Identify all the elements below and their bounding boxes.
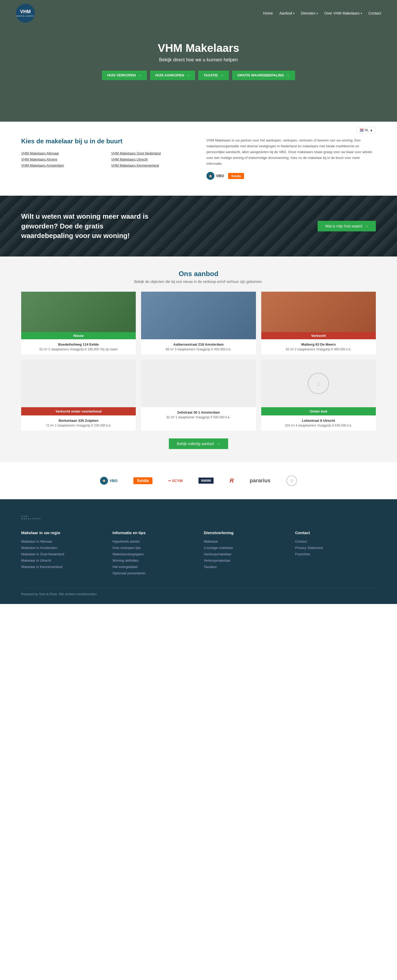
footer-logo: VHM MAKELAARS xyxy=(21,515,376,520)
link-utrecht[interactable]: VHM Makelaars Utrecht xyxy=(111,158,191,161)
footer-grid: Makelaar in uw regio Makelaar in Alkmaar… xyxy=(21,530,376,577)
property-badge-nieuw: Nieuw xyxy=(21,332,136,339)
property-card: ⌂ Onder bod Leliestraat 8 Utrecht 103 m²… xyxy=(261,360,376,431)
logo[interactable]: VHM MAKELAARS xyxy=(16,4,35,23)
property-info: Aalbersestraat 218 Amsterdam 68 m² 3 sla… xyxy=(141,339,256,354)
footer-col-title-info: Informatie en tips xyxy=(113,530,193,535)
waardebepaling-text: Wilt u weten wat woning meer waard is ge… xyxy=(21,212,153,240)
partner-vbo: 🏠 VBO xyxy=(100,477,118,485)
partner-scym: •• SCYM xyxy=(168,479,183,483)
footer-link[interactable]: Optimaal presenteren xyxy=(113,571,145,575)
property-info: Leliestraat 8 Utrecht 103 m² 4 slaapkame… xyxy=(261,415,376,431)
footer-link[interactable]: Makelaar in Oost-Nederland xyxy=(21,552,64,556)
kies-description: VHM Makelaars is uw partner voor het aan… xyxy=(206,137,376,167)
footer-link[interactable]: Makelaarsbegrippen xyxy=(113,552,144,556)
section-aanbod: Ons aanbod Bekijk de objecten die bij on… xyxy=(0,256,397,462)
btn-taxatie[interactable]: TAXATIE → xyxy=(198,71,229,80)
footer-link[interactable]: Taxateur xyxy=(204,565,217,569)
waarde-button[interactable]: Wat is mijn huis waard → xyxy=(317,221,376,231)
property-badge-onderbod: Onder bod xyxy=(261,407,376,415)
property-details: 92 m² 2 slaapkamers Vraagprijs € 485.000… xyxy=(265,347,373,351)
vbo-icon-strip: 🏠 xyxy=(100,477,108,485)
property-card: Verkocht onder voorbehoud Berkenlaan 335… xyxy=(21,360,136,431)
link-almere[interactable]: VHM Makelaars Almere xyxy=(21,158,100,161)
kies-right: VHM Makelaars is uw partner voor het aan… xyxy=(206,137,376,180)
vbo-icon: 🏠 xyxy=(206,172,214,180)
property-name: Zeilstraat 30 1 Amsterdam xyxy=(144,410,252,414)
property-logo: ⌂ xyxy=(308,373,329,394)
property-name: Malberg 63 De Meern xyxy=(265,342,373,347)
partner-funda: funda xyxy=(133,477,153,484)
footer-col-info: Informatie en tips Hypotheek advies Huis… xyxy=(113,530,193,577)
makelaar-links: VHM Makelaars Alkmaar VHM Makelaars Oost… xyxy=(21,151,191,167)
footer-link[interactable]: Makelaar in Utrecht xyxy=(21,558,51,562)
footer-col-contact: Contact Contact Privacy Statement Franch… xyxy=(295,530,376,577)
footer-link[interactable]: Huis verkopen tips xyxy=(113,546,141,550)
hero-content: VHM Makelaars Bekijk direct hoe we u kun… xyxy=(102,42,295,80)
section-kies: 🇳🇱 NL ▲ Kies de makelaar bij u in de buu… xyxy=(0,122,397,196)
property-name: Berkenlaan 335 Zutphen xyxy=(24,418,132,423)
kies-left: Kies de makelaar bij u in de buurt VHM M… xyxy=(21,137,191,180)
property-image-placeholder xyxy=(141,360,256,407)
footer-link-privacy[interactable]: Privacy Statement xyxy=(295,546,323,550)
property-card: Nieuw Boedelhofweg 114 Eefde 52 m² 2 sla… xyxy=(21,292,136,354)
property-image[interactable] xyxy=(141,292,256,339)
property-name: Boedelhofweg 114 Eefde xyxy=(24,342,132,347)
footer-link[interactable]: Woning definities xyxy=(113,558,139,562)
partner-r: R xyxy=(230,477,234,484)
partner-nwwi: NWWI xyxy=(199,477,214,484)
partner-pararius: pararius xyxy=(250,477,271,484)
language-selector[interactable]: 🇳🇱 NL ▲ xyxy=(357,127,376,133)
footer-link-contact[interactable]: Contact xyxy=(295,539,307,543)
footer-col-regio: Makelaar in uw regio Makelaar in Alkmaar… xyxy=(21,530,102,577)
footer-link[interactable]: Verkoopmakelaar xyxy=(204,558,231,562)
property-info: Berkenlaan 335 Zutphen 72 m² 2 slaapkame… xyxy=(21,415,136,431)
partner-logos: 🏠 VBO funda xyxy=(206,172,376,180)
partners-strip: 🏠 VBO funda •• SCYM NWWI R pararius ⊙ xyxy=(0,462,397,499)
aanbod-header: Ons aanbod Bekijk de objecten die bij on… xyxy=(21,270,376,284)
link-alkmaar[interactable]: VHM Makelaars Alkmaar xyxy=(21,151,100,155)
footer-col-title-regio: Makelaar in uw regio xyxy=(21,530,102,535)
link-amsterdam[interactable]: VHM Makelaars Amsterdam xyxy=(21,164,100,167)
link-kennemerland[interactable]: VHM Makelaars Kennemerland xyxy=(111,164,191,167)
property-image[interactable]: Nieuw xyxy=(21,292,136,339)
nav-aanbod[interactable]: Aanbod xyxy=(279,11,294,15)
property-details: 103 m² 4 slaapkamers Vraagprijs € 635.00… xyxy=(265,424,373,427)
footer-bottom: Powered by Gem & Rose. Alle rechten voor… xyxy=(21,588,376,596)
nav-diensten[interactable]: Diensten xyxy=(301,11,318,15)
footer-link[interactable]: Makelaar in Alkmaar xyxy=(21,539,53,543)
footer-link[interactable]: Makelaar in Kennemerland xyxy=(21,565,62,569)
property-details: 52 m² 2 slaapkamers Vraagprijs € 190.000… xyxy=(24,347,132,351)
btn-waardebepaling[interactable]: GRATIS WAARDEBEPALING → xyxy=(232,71,295,80)
nav-home[interactable]: Home xyxy=(263,11,273,15)
btn-huis-verkopen[interactable]: HUIS VERKOPEN → xyxy=(102,71,147,80)
property-info: Malberg 63 De Meern 92 m² 2 slaapkamers … xyxy=(261,339,376,354)
footer: VHM MAKELAARS Makelaar in uw regio Makel… xyxy=(0,499,397,604)
property-details: 68 m² 3 slaapkamers Vraagprijs € 450.000… xyxy=(144,347,252,351)
property-image[interactable]: Verkocht xyxy=(261,292,376,339)
property-details: 72 m² 2 slaapkamers Vraagprijs € 235.000… xyxy=(24,424,132,427)
footer-link-franchise[interactable]: Franchise xyxy=(295,552,310,556)
nav-over[interactable]: Over VHM Makelaars xyxy=(324,11,362,15)
nav-contact[interactable]: Contact xyxy=(368,11,381,15)
btn-huis-aankopen[interactable]: HUIS AANKOPEN → xyxy=(150,71,195,80)
property-name: Aalbersestraat 218 Amsterdam xyxy=(144,342,252,347)
bekijk-aanbod-button[interactable]: Bekijk volledig aanbod → xyxy=(169,438,228,449)
property-image-placeholder: ⌂ xyxy=(261,360,376,407)
footer-link[interactable]: Aankoopmakelaar xyxy=(204,552,231,556)
aanbod-subtitle: Bekijk de objecten die bij ons nieuw in … xyxy=(21,280,376,284)
property-badge-verkocht-voorbehoud: Verkocht onder voorbehoud xyxy=(21,407,136,415)
link-oost-nederland[interactable]: VHM Makelaars Oost Nederland xyxy=(111,151,191,155)
footer-col-title-contact: Contact xyxy=(295,530,376,535)
footer-link[interactable]: Courtage makelaar xyxy=(204,546,233,550)
footer-link[interactable]: Het energielabel xyxy=(113,565,138,569)
footer-link[interactable]: Hypotheek advies xyxy=(113,539,140,543)
hero-subtitle: Bekijk direct hoe we u kunnen helpen xyxy=(102,57,295,63)
property-name: Leliestraat 8 Utrecht xyxy=(265,418,373,423)
footer-col-title-diensten: Dienstverlening xyxy=(204,530,284,535)
property-card: Zeilstraat 30 1 Amsterdam 82 m² 1 slaapk… xyxy=(141,360,256,431)
footer-link[interactable]: Makelaar xyxy=(204,539,218,543)
property-info: Zeilstraat 30 1 Amsterdam 82 m² 1 slaapk… xyxy=(141,407,256,422)
footer-link[interactable]: Makelaar in Amsterdam xyxy=(21,546,57,550)
property-details: 82 m² 1 slaapkamer Vraagprijs € 500.000 … xyxy=(144,415,252,419)
